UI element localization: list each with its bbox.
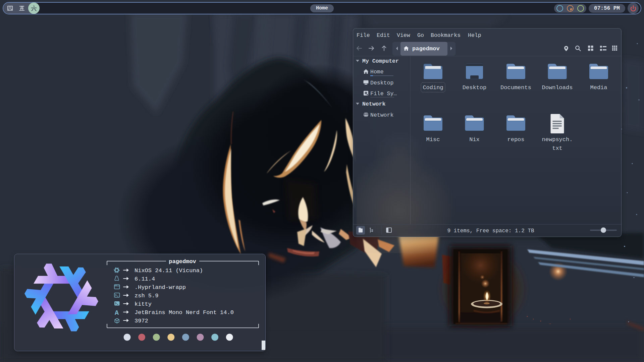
svg-text:Network: Network [362,101,385,107]
svg-text:.Hyprland-wrapp: .Hyprland-wrapp [135,284,186,291]
svg-text:zsh 5.9: zsh 5.9 [135,293,158,299]
svg-text:NixOS 24.11 (Vicuna): NixOS 24.11 (Vicuna) [135,267,203,274]
svg-text:pagedmov: pagedmov [169,258,196,265]
svg-text:Coding: Coding [423,84,443,91]
svg-text:pagedmov: pagedmov [412,46,440,52]
svg-text:Desktop: Desktop [370,80,393,86]
svg-text:Downloads: Downloads [542,84,573,91]
svg-text:6.11.4: 6.11.4 [135,276,155,282]
svg-text:Media: Media [590,84,607,91]
svg-text:3972: 3972 [135,318,148,324]
svg-text:JetBrains Mono Nerd Font 14.0: JetBrains Mono Nerd Font 14.0 [135,309,234,316]
svg-text:My Computer: My Computer [362,58,399,64]
svg-text:Nix: Nix [469,136,480,143]
svg-text:File Sy…: File Sy… [370,90,397,97]
svg-text:repos: repos [507,136,524,143]
svg-text:Network: Network [370,112,393,118]
svg-text:Documents: Documents [500,84,531,91]
svg-text:kitty: kitty [135,301,152,307]
svg-text:txt: txt [552,145,562,152]
svg-text:Home: Home [370,69,384,75]
svg-text:A: A [115,309,119,317]
svg-text:Desktop: Desktop [463,84,486,91]
svg-text:9 items, Free space: 1.2 TB: 9 items, Free space: 1.2 TB [447,228,534,234]
svg-text:Misc: Misc [426,136,440,143]
svg-text:newpsych.: newpsych. [542,136,573,143]
